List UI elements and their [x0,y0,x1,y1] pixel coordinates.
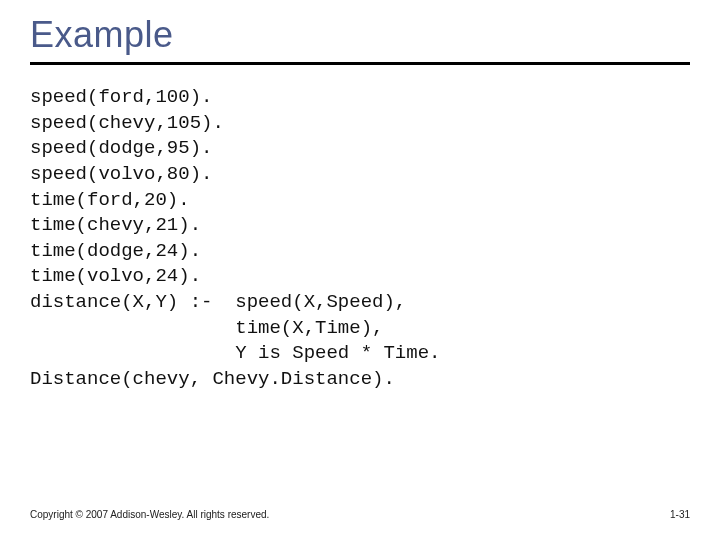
page-number: 1-31 [670,509,690,520]
footer: Copyright © 2007 Addison-Wesley. All rig… [30,509,690,520]
copyright-text: Copyright © 2007 Addison-Wesley. All rig… [30,509,269,520]
code-block: speed(ford,100). speed(chevy,105). speed… [30,85,690,393]
slide-title: Example [30,14,690,65]
